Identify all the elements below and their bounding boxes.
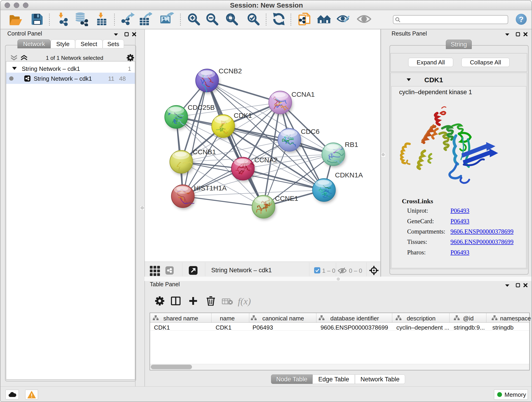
- svg-text:CDKN1A: CDKN1A: [335, 171, 363, 179]
- svg-text:CCNB2: CCNB2: [219, 67, 242, 75]
- svg-text:RB1: RB1: [345, 141, 358, 148]
- svg-text:CDC25B: CDC25B: [188, 104, 215, 111]
- svg-text:CDK1: CDK1: [234, 112, 252, 119]
- svg-text:CCNA2: CCNA2: [254, 156, 278, 164]
- svg-text:CDC6: CDC6: [301, 128, 320, 135]
- svg-text:CCNE1: CCNE1: [275, 195, 298, 202]
- svg-text:CCNA1: CCNA1: [291, 90, 315, 98]
- svg-text:CCNB1: CCNB1: [193, 148, 216, 156]
- svg-text:HIST1H1A: HIST1H1A: [194, 184, 227, 192]
